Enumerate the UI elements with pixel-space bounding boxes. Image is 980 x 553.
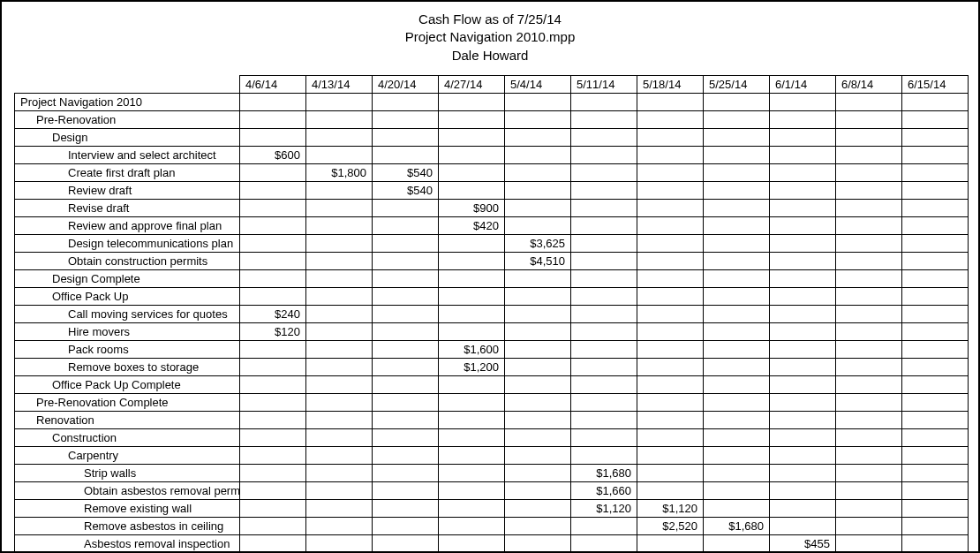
value-cell [505,146,571,163]
value-cell [902,181,969,199]
value-cell [704,499,770,517]
value-cell [373,446,439,464]
value-cell [770,269,836,287]
value-cell [439,128,505,146]
task-name: Pre-Renovation Complete [15,393,240,411]
value-cell [373,216,439,234]
task-name: Remove boxes to storage [15,358,240,375]
value-cell [505,358,571,375]
value-cell [770,411,836,428]
value-cell [306,305,373,322]
value-cell [306,322,373,340]
value-cell [571,305,637,322]
value-cell: $900 [439,199,505,216]
value-cell [306,269,373,287]
value-cell [505,340,571,358]
value-cell [306,534,373,552]
value-cell [373,252,439,269]
value-cell [902,375,969,393]
value-cell [505,128,571,146]
col-header: 5/25/14 [704,75,770,93]
value-cell [240,269,306,287]
table-row: Obtain asbestos removal permit$1,660 [15,481,969,499]
table-row: Hire movers$120 [15,322,969,340]
value-cell [637,481,704,499]
value-cell [902,93,969,110]
table-row: Office Pack Up Complete [15,375,969,393]
task-name: Review draft [15,181,240,199]
value-cell [439,93,505,110]
value-cell [439,269,505,287]
value-cell [902,269,969,287]
value-cell [571,411,637,428]
value-cell [836,269,902,287]
value-cell [439,499,505,517]
task-name: Revise draft [15,199,240,216]
value-cell [240,181,306,199]
value-cell [505,481,571,499]
value-cell [571,534,637,552]
table-row: Interview and select architect$600 [15,146,969,163]
value-cell [770,358,836,375]
value-cell [770,340,836,358]
value-cell [571,446,637,464]
task-name: Pack rooms [15,340,240,358]
value-cell [373,269,439,287]
value-cell [439,234,505,252]
value-cell [505,163,571,181]
value-cell [306,375,373,393]
value-cell [373,322,439,340]
report-title: Cash Flow as of 7/25/14 [14,11,966,28]
col-header: 5/4/14 [505,75,571,93]
value-cell [439,146,505,163]
value-cell [770,234,836,252]
value-cell [637,269,704,287]
value-cell [902,252,969,269]
value-cell [571,287,637,305]
table-row: Project Navigation 2010 [15,93,969,110]
value-cell [637,146,704,163]
value-cell [836,428,902,446]
value-cell [240,216,306,234]
value-cell [373,110,439,128]
value-cell: $540 [373,163,439,181]
value-cell [240,252,306,269]
value-cell [770,181,836,199]
value-cell [240,93,306,110]
task-name: Call moving services for quotes [15,305,240,322]
value-cell [306,287,373,305]
value-cell [637,287,704,305]
value-cell [637,428,704,446]
table-row: Office Pack Up [15,287,969,305]
value-cell [571,93,637,110]
value-cell [505,534,571,552]
value-cell [439,517,505,534]
value-cell [505,181,571,199]
value-cell [571,375,637,393]
value-cell [704,305,770,322]
value-cell [373,411,439,428]
value-cell [704,128,770,146]
value-cell [770,305,836,322]
table-row: Carpentry [15,446,969,464]
value-cell [902,163,969,181]
value-cell [836,146,902,163]
value-cell [704,287,770,305]
value-cell [306,93,373,110]
value-cell [373,234,439,252]
header-row: 4/6/14 4/13/14 4/20/14 4/27/14 5/4/14 5/… [15,75,969,93]
value-cell [505,216,571,234]
table-row: Pack rooms$1,600 [15,340,969,358]
value-cell [373,499,439,517]
value-cell: $1,660 [571,481,637,499]
value-cell [836,534,902,552]
task-name: Hire movers [15,322,240,340]
value-cell [902,322,969,340]
value-cell [306,110,373,128]
value-cell [704,93,770,110]
value-cell [770,375,836,393]
value-cell [836,517,902,534]
value-cell [505,393,571,411]
table-row: Design Complete [15,269,969,287]
value-cell [306,411,373,428]
